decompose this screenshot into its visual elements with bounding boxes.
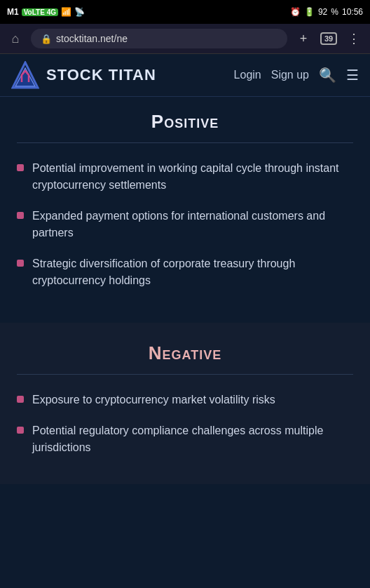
list-item: Expanded payment options for internation… [17,208,353,241]
site-title: STOCK TITAN [46,66,156,84]
browser-menu-button[interactable]: ⋮ [343,28,364,49]
positive-divider [17,142,353,143]
status-right: ⏰ 🔋 92% 10:56 [290,7,363,17]
site-header: STOCK TITAN Login Sign up 🔍 ☰ [0,54,370,97]
plus-icon: + [300,32,308,46]
list-item: Exposure to cryptocurrency market volati… [17,392,353,408]
list-item: Potential regulatory compliance challeng… [17,422,353,456]
alarm-icon: ⏰ [290,7,301,17]
browser-home-button[interactable]: ⌂ [6,29,25,48]
carrier-text: M1 [7,7,19,17]
positive-section: Positive Potential improvement in workin… [0,97,370,317]
list-item: Strategic diversification of corporate t… [17,255,353,289]
bullet-marker [17,260,24,267]
positive-item-3: Strategic diversification of corporate t… [32,255,353,289]
positive-section-title: Positive [17,111,353,133]
url-security-icon: 🔒 [41,34,52,44]
search-icon[interactable]: 🔍 [319,67,336,83]
tab-switcher-button[interactable]: 39 [318,28,339,49]
signal-bars: 📶 [61,7,71,17]
login-link[interactable]: Login [234,69,261,81]
browser-actions: + 39 ⋮ [293,28,364,49]
signup-link[interactable]: Sign up [271,69,309,81]
home-icon: ⌂ [12,32,20,46]
bullet-marker [17,164,24,171]
network-badge: VoLTE 4G [22,8,58,16]
tab-count-badge: 39 [320,32,337,45]
browser-chrome: ⌂ 🔒 stocktitan.net/ne + 39 ⋮ [0,24,370,54]
battery-icon: 🔋 [304,7,315,17]
negative-item-2: Potential regulatory compliance challeng… [32,422,353,456]
list-item: Potential improvement in working capital… [17,160,353,194]
bullet-marker [17,396,24,403]
main-content: Positive Potential improvement in workin… [0,97,370,484]
status-left: M1 VoLTE 4G 📶 📡 [7,7,85,17]
negative-divider [17,374,353,375]
site-nav: Login Sign up 🔍 ☰ [234,67,359,83]
browser-url-bar[interactable]: 🔒 stocktitan.net/ne [31,29,287,48]
negative-section: Negative Exposure to cryptocurrency mark… [0,323,370,484]
new-tab-button[interactable]: + [293,28,314,49]
bullet-marker [17,427,24,434]
site-logo [11,61,39,89]
clock: 10:56 [342,7,363,17]
negative-section-title: Negative [17,342,353,364]
menu-dots-icon: ⋮ [348,31,360,46]
battery-level: 92 [318,7,327,17]
wifi-icon: 📡 [74,7,85,17]
positive-item-2: Expanded payment options for internation… [32,208,353,241]
negative-bullet-list: Exposure to cryptocurrency market volati… [17,392,353,456]
positive-item-1: Potential improvement in working capital… [32,160,353,194]
status-bar: M1 VoLTE 4G 📶 📡 ⏰ 🔋 92% 10:56 [0,0,370,24]
negative-item-1: Exposure to cryptocurrency market volati… [32,392,275,408]
positive-bullet-list: Potential improvement in working capital… [17,160,353,289]
hamburger-menu-icon[interactable]: ☰ [346,67,359,83]
url-text: stocktitan.net/ne [56,33,128,44]
bullet-marker [17,212,24,219]
